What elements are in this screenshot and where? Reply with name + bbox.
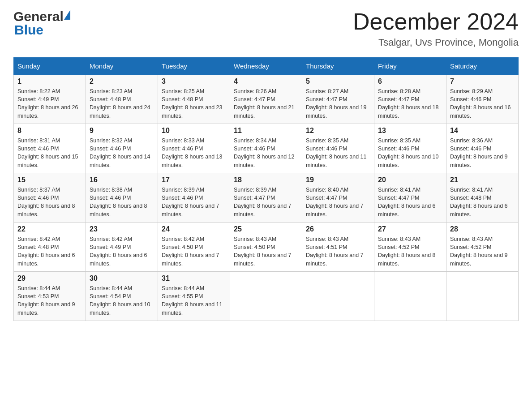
calendar-cell: 16Sunrise: 8:38 AMSunset: 4:46 PMDayligh… — [86, 173, 158, 223]
calendar-cell: 30Sunrise: 8:44 AMSunset: 4:54 PMDayligh… — [86, 272, 158, 321]
logo-blue-text: Blue — [14, 22, 43, 37]
day-info: Sunrise: 8:35 AMSunset: 4:46 PMDaylight:… — [306, 137, 370, 169]
day-info: Sunrise: 8:41 AMSunset: 4:47 PMDaylight:… — [378, 186, 442, 218]
day-info: Sunrise: 8:34 AMSunset: 4:46 PMDaylight:… — [234, 137, 298, 169]
day-number: 12 — [306, 127, 370, 135]
calendar-cell: 18Sunrise: 8:39 AMSunset: 4:47 PMDayligh… — [230, 173, 302, 223]
col-saturday: Saturday — [446, 58, 519, 75]
day-number: 2 — [90, 77, 154, 86]
col-wednesday: Wednesday — [230, 58, 302, 75]
col-monday: Monday — [86, 58, 158, 75]
day-info: Sunrise: 8:31 AMSunset: 4:46 PMDaylight:… — [17, 137, 82, 169]
calendar-cell: 21Sunrise: 8:41 AMSunset: 4:48 PMDayligh… — [446, 173, 519, 223]
day-info: Sunrise: 8:23 AMSunset: 4:48 PMDaylight:… — [90, 87, 154, 120]
calendar-cell: 12Sunrise: 8:35 AMSunset: 4:46 PMDayligh… — [302, 124, 374, 173]
day-info: Sunrise: 8:29 AMSunset: 4:46 PMDaylight:… — [450, 87, 515, 120]
day-number: 31 — [162, 274, 226, 283]
day-number: 30 — [90, 274, 154, 283]
day-number: 23 — [90, 225, 154, 233]
day-info: Sunrise: 8:32 AMSunset: 4:46 PMDaylight:… — [90, 137, 154, 169]
day-info: Sunrise: 8:41 AMSunset: 4:48 PMDaylight:… — [450, 186, 515, 218]
calendar-week-row: 8Sunrise: 8:31 AMSunset: 4:46 PMDaylight… — [14, 124, 519, 173]
day-number: 27 — [378, 225, 442, 233]
calendar-cell: 2Sunrise: 8:23 AMSunset: 4:48 PMDaylight… — [86, 75, 158, 124]
calendar-cell: 25Sunrise: 8:43 AMSunset: 4:50 PMDayligh… — [230, 223, 302, 272]
calendar-cell: 24Sunrise: 8:42 AMSunset: 4:50 PMDayligh… — [158, 223, 230, 272]
day-info: Sunrise: 8:43 AMSunset: 4:52 PMDaylight:… — [450, 235, 515, 268]
day-number: 8 — [17, 127, 82, 135]
calendar-cell: 9Sunrise: 8:32 AMSunset: 4:46 PMDaylight… — [86, 124, 158, 173]
day-info: Sunrise: 8:39 AMSunset: 4:47 PMDaylight:… — [234, 186, 298, 218]
day-number: 4 — [234, 77, 298, 86]
day-info: Sunrise: 8:40 AMSunset: 4:47 PMDaylight:… — [306, 186, 370, 218]
day-info: Sunrise: 8:44 AMSunset: 4:54 PMDaylight:… — [90, 284, 154, 317]
calendar-cell: 6Sunrise: 8:28 AMSunset: 4:47 PMDaylight… — [374, 75, 446, 124]
location-title: Tsalgar, Uvs Province, Mongolia — [353, 37, 519, 48]
calendar-cell: 26Sunrise: 8:43 AMSunset: 4:51 PMDayligh… — [302, 223, 374, 272]
col-friday: Friday — [374, 58, 446, 75]
calendar-cell: 4Sunrise: 8:26 AMSunset: 4:47 PMDaylight… — [230, 75, 302, 124]
day-number: 19 — [306, 176, 370, 184]
month-title: December 2024 — [353, 9, 519, 34]
calendar-cell — [302, 272, 374, 321]
day-number: 16 — [90, 176, 154, 184]
calendar-cell: 13Sunrise: 8:35 AMSunset: 4:46 PMDayligh… — [374, 124, 446, 173]
day-info: Sunrise: 8:33 AMSunset: 4:46 PMDaylight:… — [162, 137, 226, 169]
day-number: 29 — [17, 274, 82, 283]
day-number: 7 — [450, 77, 515, 86]
calendar-cell: 8Sunrise: 8:31 AMSunset: 4:46 PMDaylight… — [14, 124, 86, 173]
day-number: 13 — [378, 127, 442, 135]
header: General Blue December 2024 Tsalgar, Uvs … — [13, 9, 519, 48]
day-info: Sunrise: 8:42 AMSunset: 4:49 PMDaylight:… — [90, 235, 154, 268]
day-number: 9 — [90, 127, 154, 135]
calendar-cell: 11Sunrise: 8:34 AMSunset: 4:46 PMDayligh… — [230, 124, 302, 173]
day-number: 1 — [17, 77, 82, 86]
day-info: Sunrise: 8:28 AMSunset: 4:47 PMDaylight:… — [378, 87, 442, 120]
day-number: 20 — [378, 176, 442, 184]
day-number: 25 — [234, 225, 298, 233]
logo-flag-icon — [64, 10, 70, 20]
calendar-cell: 10Sunrise: 8:33 AMSunset: 4:46 PMDayligh… — [158, 124, 230, 173]
day-info: Sunrise: 8:39 AMSunset: 4:46 PMDaylight:… — [162, 186, 226, 218]
calendar-cell: 29Sunrise: 8:44 AMSunset: 4:53 PMDayligh… — [14, 272, 86, 321]
day-number: 11 — [234, 127, 298, 135]
col-thursday: Thursday — [302, 58, 374, 75]
calendar-cell: 27Sunrise: 8:43 AMSunset: 4:52 PMDayligh… — [374, 223, 446, 272]
day-info: Sunrise: 8:36 AMSunset: 4:46 PMDaylight:… — [450, 137, 515, 169]
day-info: Sunrise: 8:25 AMSunset: 4:48 PMDaylight:… — [162, 87, 226, 120]
day-info: Sunrise: 8:22 AMSunset: 4:49 PMDaylight:… — [17, 87, 82, 120]
calendar-cell: 1Sunrise: 8:22 AMSunset: 4:49 PMDaylight… — [14, 75, 86, 124]
calendar-cell — [374, 272, 446, 321]
day-number: 3 — [162, 77, 226, 86]
day-number: 24 — [162, 225, 226, 233]
calendar-cell: 17Sunrise: 8:39 AMSunset: 4:46 PMDayligh… — [158, 173, 230, 223]
calendar-week-row: 22Sunrise: 8:42 AMSunset: 4:48 PMDayligh… — [14, 223, 519, 272]
col-sunday: Sunday — [14, 58, 86, 75]
col-tuesday: Tuesday — [158, 58, 230, 75]
calendar-cell — [230, 272, 302, 321]
day-number: 6 — [378, 77, 442, 86]
day-number: 10 — [162, 127, 226, 135]
day-info: Sunrise: 8:38 AMSunset: 4:46 PMDaylight:… — [90, 186, 154, 218]
calendar-cell: 5Sunrise: 8:27 AMSunset: 4:47 PMDaylight… — [302, 75, 374, 124]
day-info: Sunrise: 8:43 AMSunset: 4:52 PMDaylight:… — [378, 235, 442, 268]
day-number: 22 — [17, 225, 82, 233]
calendar-header-row: Sunday Monday Tuesday Wednesday Thursday… — [14, 58, 519, 75]
calendar-week-row: 29Sunrise: 8:44 AMSunset: 4:53 PMDayligh… — [14, 272, 519, 321]
day-info: Sunrise: 8:42 AMSunset: 4:50 PMDaylight:… — [162, 235, 226, 268]
calendar-cell: 23Sunrise: 8:42 AMSunset: 4:49 PMDayligh… — [86, 223, 158, 272]
day-number: 28 — [450, 225, 515, 233]
logo: General Blue — [13, 9, 71, 38]
calendar-table: Sunday Monday Tuesday Wednesday Thursday… — [13, 57, 519, 321]
day-info: Sunrise: 8:44 AMSunset: 4:55 PMDaylight:… — [162, 284, 226, 317]
day-info: Sunrise: 8:43 AMSunset: 4:51 PMDaylight:… — [306, 235, 370, 268]
day-number: 17 — [162, 176, 226, 184]
day-info: Sunrise: 8:35 AMSunset: 4:46 PMDaylight:… — [378, 137, 442, 169]
day-info: Sunrise: 8:42 AMSunset: 4:48 PMDaylight:… — [17, 235, 82, 268]
logo-general-text: General — [13, 9, 64, 24]
day-info: Sunrise: 8:26 AMSunset: 4:47 PMDaylight:… — [234, 87, 298, 120]
calendar-cell: 19Sunrise: 8:40 AMSunset: 4:47 PMDayligh… — [302, 173, 374, 223]
calendar-cell: 14Sunrise: 8:36 AMSunset: 4:46 PMDayligh… — [446, 124, 519, 173]
day-info: Sunrise: 8:27 AMSunset: 4:47 PMDaylight:… — [306, 87, 370, 120]
calendar-cell: 31Sunrise: 8:44 AMSunset: 4:55 PMDayligh… — [158, 272, 230, 321]
